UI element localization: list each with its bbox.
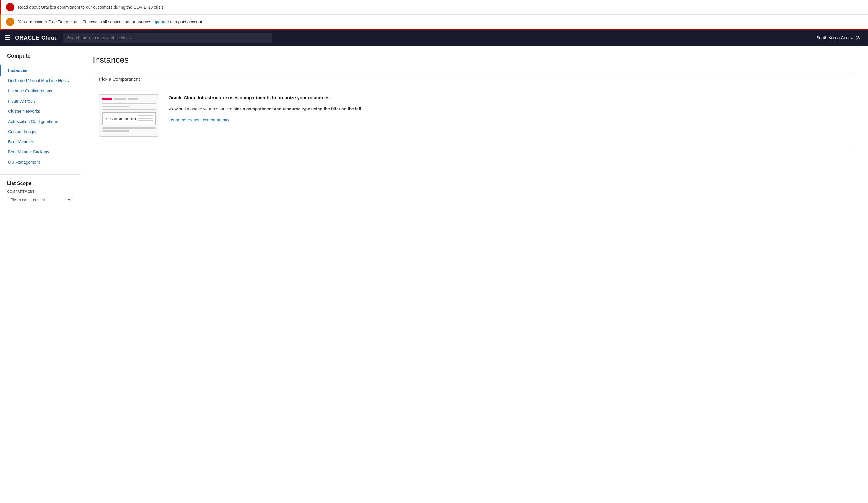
inner-line-1 <box>138 115 153 116</box>
sidebar-item-boot-volume-backups[interactable]: Boot Volume Backups <box>0 147 81 157</box>
covid-text: Read about Oracle’s commitment to our cu… <box>18 5 165 10</box>
card-text-sub: View and manage your resources: pick a c… <box>168 105 850 112</box>
diagram-bar-gray1 <box>114 98 126 100</box>
sidebar-item-boot-volumes[interactable]: Boot Volumes <box>0 137 81 147</box>
sidebar-item-os-management[interactable]: OS Management <box>0 157 81 167</box>
diagram-line-2 <box>102 105 129 107</box>
sidebar-section-title: Compute <box>0 53 81 63</box>
inner-line-3 <box>138 120 153 121</box>
diagram-inner-box: ← Compartment Filter <box>102 112 156 125</box>
diagram-line-1 <box>102 102 156 104</box>
main-layout: Compute InstancesDedicated Virtual Machi… <box>0 46 868 503</box>
diagram-lines <box>102 102 156 110</box>
compartment-filter-label: COMPARTMENT <box>7 190 73 193</box>
sidebar-item-autoscaling-configurations[interactable]: Autoscaling Configurations <box>0 116 81 127</box>
upgrade-link[interactable]: upgrade <box>154 20 169 24</box>
diagram-bar-gray2 <box>127 98 138 100</box>
card-text-main: Oracle Cloud Infrastructure uses compart… <box>168 94 850 101</box>
sidebar-item-dedicated-virtual-machine-hosts[interactable]: Dedicated Virtual Machine Hosts <box>0 76 81 86</box>
diagram-line-b2 <box>102 130 129 132</box>
compartment-diagram: ← Compartment Filter <box>99 94 159 137</box>
search-input[interactable] <box>63 33 272 42</box>
region-label: South Korea Central (S... <box>816 36 863 40</box>
diagram-line-b1 <box>102 128 156 129</box>
diagram-arrow-label: ← Compartment Filter <box>105 116 136 121</box>
diagram-lines-bottom <box>102 128 156 132</box>
sidebar-nav: InstancesDedicated Virtual Machine Hosts… <box>0 66 81 167</box>
learn-more-link[interactable]: Learn more about compartments <box>168 118 229 122</box>
covid-icon: ! <box>6 3 14 11</box>
freetier-icon: ↑ <box>6 18 14 26</box>
covid-banner: ! Read about Oracle’s commitment to our … <box>0 0 868 15</box>
top-nav: ☰ ORACLE Cloud South Korea Central (S... <box>0 30 868 46</box>
hamburger-menu[interactable]: ☰ <box>5 34 10 41</box>
card-body: ← Compartment Filter <box>93 86 856 145</box>
list-scope-section: List Scope COMPARTMENT Pick a compartmen… <box>0 174 81 204</box>
card-text: Oracle Cloud Infrastructure uses compart… <box>168 94 850 122</box>
page-title: Instances <box>93 55 856 65</box>
arrow-icon: ← <box>105 116 109 121</box>
sidebar: Compute InstancesDedicated Virtual Machi… <box>0 46 81 503</box>
card-header: Pick a Compartment <box>93 72 856 86</box>
sidebar-item-instance-pools[interactable]: Instance Pools <box>0 96 81 106</box>
diagram-label: Compartment Filter <box>111 117 136 121</box>
freetier-banner: ↑ You are using a Free Tier account. To … <box>0 15 868 30</box>
diagram-line-3 <box>102 109 156 110</box>
compartment-select[interactable]: Pick a compartment <box>7 195 73 204</box>
diagram-header-bar <box>102 98 156 100</box>
freetier-text: You are using a Free Tier account. To ac… <box>18 20 203 24</box>
inner-line-2 <box>138 118 153 119</box>
oracle-logo: ORACLE Cloud <box>15 35 58 41</box>
pick-compartment-card: Pick a Compartment <box>93 72 856 145</box>
list-scope-title: List Scope <box>7 181 73 186</box>
sidebar-item-instances[interactable]: Instances <box>0 66 81 76</box>
diagram-bar-red <box>102 98 112 100</box>
main-content: Instances Pick a Compartment <box>81 46 868 503</box>
diagram-inner-lines <box>138 115 153 122</box>
sidebar-item-custom-images[interactable]: Custom Images <box>0 127 81 137</box>
sidebar-item-cluster-networks[interactable]: Cluster Networks <box>0 106 81 116</box>
sidebar-item-instance-configurations[interactable]: Instance Configurations <box>0 86 81 96</box>
